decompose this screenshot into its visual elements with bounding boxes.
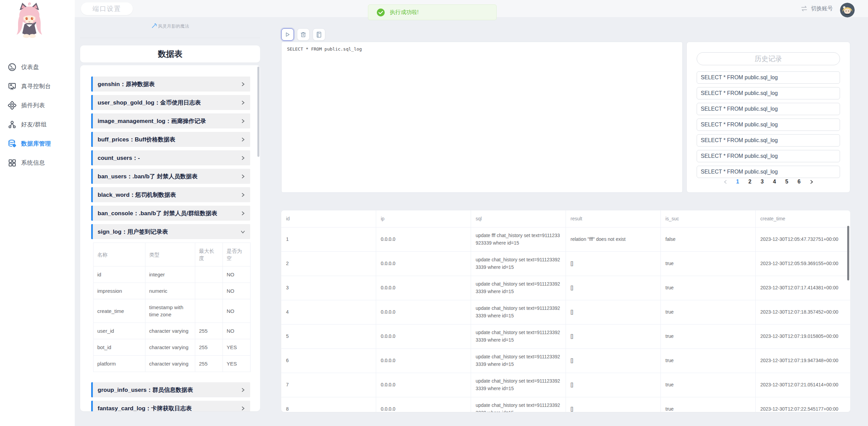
cell-id: 8 (281, 397, 376, 412)
table-item-count-users[interactable]: count_users：- (91, 150, 250, 165)
results-scrollbar[interactable] (847, 226, 849, 280)
cell-sql: update chat_history set text=91112339233… (471, 251, 566, 276)
table-item-black-word[interactable]: black_word：惩罚机制数据表 (91, 187, 250, 202)
schema-row: impressionnumericNO (94, 283, 251, 299)
cell-is-suc: true (660, 300, 755, 324)
history-item[interactable]: SELECT * FROM public.sql_log (697, 87, 840, 99)
history-item[interactable]: SELECT * FROM public.sql_log (697, 71, 840, 84)
database-icon (8, 139, 17, 148)
table-item-buff-prices[interactable]: buff_prices：Buff价格数据表 (91, 132, 250, 147)
watermark: 风灵月影的魔法 (80, 23, 260, 29)
schema-row: user_idcharacter varying255NO (94, 323, 251, 339)
cell-ip: 0.0.0.0 (376, 251, 471, 276)
user-avatar[interactable] (840, 3, 855, 17)
play-icon (284, 31, 291, 38)
cell-ip: 0.0.0.0 (376, 300, 471, 324)
cell-is-suc: true (660, 324, 755, 348)
chevron-right-icon (240, 100, 245, 105)
cell-id: 2 (281, 251, 376, 276)
history-item[interactable]: SELECT * FROM public.sql_log (697, 166, 840, 178)
sidebar-item-database[interactable]: 数据库管理 (0, 134, 75, 153)
avatar-image (840, 3, 855, 17)
sidebar-item-system-info[interactable]: 系统信息 (0, 153, 75, 172)
switch-account-button[interactable]: 切换账号 (800, 0, 833, 17)
cell-sql: update chat_history set text=91112339233… (471, 300, 566, 324)
table-row: 4 0.0.0.0 update chat_history set text=9… (281, 300, 850, 324)
next-page-button[interactable] (808, 180, 815, 184)
cell-create-time: 2023-12-30T12:05:59.369155+00:00 (755, 251, 850, 276)
cell-create-time: 2023-12-30T12:07:22.545177+00:00 (755, 397, 850, 412)
cell-ip: 0.0.0.0 (376, 324, 471, 348)
chevron-right-icon (240, 387, 245, 393)
cell-is-suc: false (660, 227, 755, 251)
table-item-image-management-log[interactable]: image_management_log：画廊操作记录 (91, 113, 250, 128)
column-header-id: id (281, 210, 376, 227)
table-item-user-shop-gold-log[interactable]: user_shop_gold_log：金币使用日志表 (91, 95, 250, 110)
page-button-4[interactable]: 4 (771, 179, 778, 185)
sql-editor-input[interactable]: SELECT * FROM public.sql_log (281, 42, 683, 193)
cell-ip: 0.0.0.0 (376, 397, 471, 412)
page-button-6[interactable]: 6 (795, 179, 803, 185)
cell-create-time: 2023-12-30T12:07:17.414381+00:00 (755, 276, 850, 300)
cell-result: [] (566, 300, 660, 324)
plugins-icon (8, 101, 17, 110)
table-item-ban-console[interactable]: ban_console：.ban/b了 封禁人员/群组数据表 (91, 206, 250, 221)
column-header-result: result (566, 210, 660, 227)
watermark-text: 风灵月影的魔法 (158, 23, 189, 29)
table-item-group-info-users[interactable]: group_info_users：群员信息数据表 (91, 382, 250, 397)
cell-result: [] (566, 348, 660, 373)
chevron-right-icon (240, 174, 245, 179)
cell-sql: update chat_history set text=91112339233… (471, 373, 566, 397)
table-item-sign-log[interactable]: sign_log：用户签到记录表 (91, 224, 250, 239)
cell-id: 6 (281, 348, 376, 373)
table-item-ban-users[interactable]: ban_users：.ban/b了 封禁人员数据表 (91, 169, 250, 184)
cell-id: 1 (281, 227, 376, 251)
column-header-ip: ip (376, 210, 471, 227)
chevron-right-icon (240, 155, 245, 161)
sidebar-item-label: 插件列表 (21, 101, 45, 109)
table-row: 1 0.0.0.0 update fff chat_history set te… (281, 227, 850, 251)
cell-sql: update chat_history set text=91112339233… (471, 397, 566, 412)
sidebar-item-console[interactable]: 真寻控制台 (0, 77, 75, 96)
page-button-1[interactable]: 1 (734, 179, 741, 185)
history-log-button[interactable] (313, 28, 325, 41)
chevron-right-icon (240, 192, 245, 197)
history-item[interactable]: SELECT * FROM public.sql_log (697, 103, 840, 115)
cell-is-suc: true (660, 251, 755, 276)
cell-ip: 0.0.0.0 (376, 227, 471, 251)
schema-row: bot_idcharacter varying255YES (94, 339, 251, 356)
sidebar-item-plugins[interactable]: 插件列表 (0, 96, 75, 115)
history-item[interactable]: SELECT * FROM public.sql_log (697, 134, 840, 147)
page-button-5[interactable]: 5 (783, 179, 791, 185)
tables-scrollbar[interactable] (257, 67, 259, 157)
sidebar-item-dashboard[interactable]: 仪表盘 (0, 57, 75, 77)
chevron-right-icon (240, 82, 245, 87)
port-settings-button[interactable]: 端口设置 (81, 2, 133, 15)
history-item[interactable]: SELECT * FROM public.sql_log (697, 119, 840, 131)
table-row: 5 0.0.0.0 update chat_history set text=9… (281, 324, 850, 348)
column-header-sql: sql (471, 210, 566, 227)
tables-panel-title: 数据表 (80, 45, 260, 63)
table-row: 8 0.0.0.0 update chat_history set text=9… (281, 397, 850, 412)
notebook-icon (315, 31, 323, 38)
cell-id: 7 (281, 373, 376, 397)
clear-button[interactable] (297, 28, 310, 41)
cell-id: 4 (281, 300, 376, 324)
page-button-3[interactable]: 3 (758, 179, 766, 185)
sidebar-item-friends-groups[interactable]: 好友/群组 (0, 115, 75, 134)
table-item-genshin[interactable]: genshin：原神数据表 (91, 77, 250, 92)
cell-is-suc: true (660, 397, 755, 412)
cell-ip: 0.0.0.0 (376, 348, 471, 373)
cell-sql: update chat_history set text=91112339233… (471, 276, 566, 300)
history-pagination: 1 2 3 4 5 6 (687, 179, 850, 185)
history-item[interactable]: SELECT * FROM public.sql_log (697, 150, 840, 162)
table-item-fantasy-card-log[interactable]: fantasy_card_log：卡牌获取日志表 (91, 401, 250, 411)
sign-log-schema: 名称 类型 最大长度 是否为空 idintegerNO impressionnu… (93, 243, 250, 372)
page-button-2[interactable]: 2 (746, 179, 754, 185)
cell-create-time: 2023-12-30T12:07:18.357452+00:00 (755, 300, 850, 324)
prev-page-button[interactable] (722, 180, 729, 184)
switch-account-label: 切换账号 (811, 5, 833, 12)
toast-message: 执行成功啦! (390, 9, 418, 16)
column-header-create-time: create_time (755, 210, 850, 227)
run-query-button[interactable] (281, 28, 294, 41)
